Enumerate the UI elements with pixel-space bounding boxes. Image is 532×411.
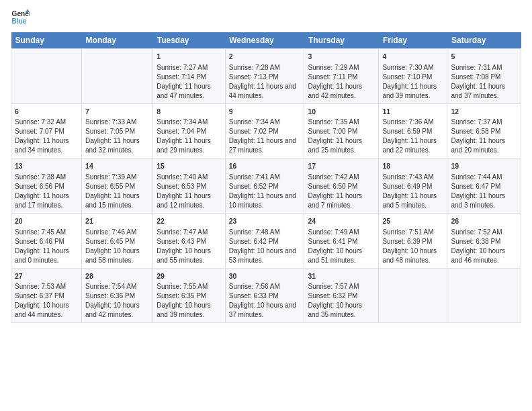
day-number: 11 (382, 107, 443, 117)
day-number: 29 (157, 271, 222, 281)
cell-content: Sunrise: 7:29 AM Sunset: 7:11 PM Dayligh… (308, 63, 375, 101)
calendar-cell: 16Sunrise: 7:41 AM Sunset: 6:52 PM Dayli… (225, 158, 304, 214)
cell-content: Sunrise: 7:54 AM Sunset: 6:36 PM Dayligh… (85, 282, 149, 320)
calendar-cell: 14Sunrise: 7:39 AM Sunset: 6:55 PM Dayli… (82, 158, 153, 214)
day-number: 4 (382, 52, 443, 62)
day-number: 17 (308, 161, 375, 171)
day-header-monday: Monday (82, 32, 153, 49)
day-number: 31 (308, 271, 375, 281)
calendar-cell: 11Sunrise: 7:36 AM Sunset: 6:59 PM Dayli… (379, 103, 447, 158)
cell-content: Sunrise: 7:27 AM Sunset: 7:14 PM Dayligh… (157, 63, 222, 101)
cell-content: Sunrise: 7:34 AM Sunset: 7:04 PM Dayligh… (157, 118, 222, 155)
calendar-cell: 30Sunrise: 7:56 AM Sunset: 6:33 PM Dayli… (225, 268, 304, 323)
cell-content: Sunrise: 7:28 AM Sunset: 7:13 PM Dayligh… (229, 63, 301, 101)
calendar-body: 1Sunrise: 7:27 AM Sunset: 7:14 PM Daylig… (11, 49, 521, 323)
day-header-friday: Friday (379, 32, 447, 49)
calendar-cell: 28Sunrise: 7:54 AM Sunset: 6:36 PM Dayli… (82, 268, 153, 323)
calendar-cell: 8Sunrise: 7:34 AM Sunset: 7:04 PM Daylig… (153, 103, 226, 158)
cell-content: Sunrise: 7:56 AM Sunset: 6:33 PM Dayligh… (229, 282, 301, 320)
cell-content: Sunrise: 7:43 AM Sunset: 6:49 PM Dayligh… (382, 173, 443, 210)
day-number: 22 (157, 216, 222, 226)
day-number: 26 (451, 216, 517, 226)
cell-content: Sunrise: 7:36 AM Sunset: 6:59 PM Dayligh… (382, 118, 443, 155)
header: General Blue (11, 8, 521, 27)
cell-content: Sunrise: 7:47 AM Sunset: 6:43 PM Dayligh… (157, 228, 222, 265)
week-row-1: 1Sunrise: 7:27 AM Sunset: 7:14 PM Daylig… (11, 49, 521, 104)
calendar-cell: 22Sunrise: 7:47 AM Sunset: 6:43 PM Dayli… (153, 214, 226, 269)
day-number: 3 (308, 52, 375, 62)
days-header-row: SundayMondayTuesdayWednesdayThursdayFrid… (11, 32, 521, 49)
calendar-cell: 17Sunrise: 7:42 AM Sunset: 6:50 PM Dayli… (304, 158, 379, 214)
calendar-table: SundayMondayTuesdayWednesdayThursdayFrid… (11, 32, 521, 323)
calendar-cell: 3Sunrise: 7:29 AM Sunset: 7:11 PM Daylig… (304, 49, 379, 104)
calendar-cell (11, 49, 82, 104)
calendar-cell: 27Sunrise: 7:53 AM Sunset: 6:37 PM Dayli… (11, 268, 82, 323)
calendar-cell: 18Sunrise: 7:43 AM Sunset: 6:49 PM Dayli… (379, 158, 447, 214)
day-number: 16 (229, 161, 301, 171)
day-number: 8 (157, 107, 222, 117)
cell-content: Sunrise: 7:33 AM Sunset: 7:05 PM Dayligh… (85, 118, 149, 155)
day-number: 23 (229, 216, 301, 226)
calendar-cell: 9Sunrise: 7:34 AM Sunset: 7:02 PM Daylig… (225, 103, 304, 158)
day-number: 10 (308, 107, 375, 117)
calendar-cell: 26Sunrise: 7:52 AM Sunset: 6:38 PM Dayli… (447, 214, 521, 269)
day-number: 9 (229, 107, 301, 117)
logo-icon: General Blue (11, 8, 30, 27)
calendar-cell: 6Sunrise: 7:32 AM Sunset: 7:07 PM Daylig… (11, 103, 82, 158)
page: General Blue SundayMondayTuesdayWednesda… (0, 0, 532, 331)
week-row-4: 20Sunrise: 7:45 AM Sunset: 6:46 PM Dayli… (11, 214, 521, 269)
day-number: 14 (85, 161, 149, 171)
cell-content: Sunrise: 7:45 AM Sunset: 6:46 PM Dayligh… (15, 228, 78, 265)
day-header-sunday: Sunday (11, 32, 82, 49)
day-number: 5 (451, 52, 517, 62)
cell-content: Sunrise: 7:39 AM Sunset: 6:55 PM Dayligh… (85, 173, 149, 210)
calendar-cell: 4Sunrise: 7:30 AM Sunset: 7:10 PM Daylig… (379, 49, 447, 104)
week-row-2: 6Sunrise: 7:32 AM Sunset: 7:07 PM Daylig… (11, 103, 521, 158)
logo: General Blue (11, 8, 30, 27)
calendar-cell: 10Sunrise: 7:35 AM Sunset: 7:00 PM Dayli… (304, 103, 379, 158)
cell-content: Sunrise: 7:48 AM Sunset: 6:42 PM Dayligh… (229, 228, 301, 265)
week-row-5: 27Sunrise: 7:53 AM Sunset: 6:37 PM Dayli… (11, 268, 521, 323)
day-header-thursday: Thursday (304, 32, 379, 49)
day-number: 6 (15, 107, 78, 117)
cell-content: Sunrise: 7:52 AM Sunset: 6:38 PM Dayligh… (451, 228, 517, 265)
calendar-cell: 13Sunrise: 7:38 AM Sunset: 6:56 PM Dayli… (11, 158, 82, 214)
cell-content: Sunrise: 7:46 AM Sunset: 6:45 PM Dayligh… (85, 228, 149, 265)
day-number: 15 (157, 161, 222, 171)
day-header-saturday: Saturday (447, 32, 521, 49)
cell-content: Sunrise: 7:55 AM Sunset: 6:35 PM Dayligh… (157, 282, 222, 320)
cell-content: Sunrise: 7:32 AM Sunset: 7:07 PM Dayligh… (15, 118, 78, 155)
cell-content: Sunrise: 7:53 AM Sunset: 6:37 PM Dayligh… (15, 282, 78, 320)
calendar-cell: 12Sunrise: 7:37 AM Sunset: 6:58 PM Dayli… (447, 103, 521, 158)
day-number: 24 (308, 216, 375, 226)
cell-content: Sunrise: 7:40 AM Sunset: 6:53 PM Dayligh… (157, 173, 222, 210)
day-header-tuesday: Tuesday (153, 32, 226, 49)
cell-content: Sunrise: 7:35 AM Sunset: 7:00 PM Dayligh… (308, 118, 375, 155)
day-number: 12 (451, 107, 517, 117)
cell-content: Sunrise: 7:38 AM Sunset: 6:56 PM Dayligh… (15, 173, 78, 210)
day-number: 1 (157, 52, 222, 62)
calendar-cell: 23Sunrise: 7:48 AM Sunset: 6:42 PM Dayli… (225, 214, 304, 269)
cell-content: Sunrise: 7:31 AM Sunset: 7:08 PM Dayligh… (451, 63, 517, 101)
cell-content: Sunrise: 7:51 AM Sunset: 6:39 PM Dayligh… (382, 228, 443, 265)
day-number: 27 (15, 271, 78, 281)
day-number: 2 (229, 52, 301, 62)
calendar-cell: 19Sunrise: 7:44 AM Sunset: 6:47 PM Dayli… (447, 158, 521, 214)
cell-content: Sunrise: 7:49 AM Sunset: 6:41 PM Dayligh… (308, 228, 375, 265)
svg-text:Blue: Blue (12, 17, 27, 25)
day-number: 19 (451, 161, 517, 171)
calendar-cell: 1Sunrise: 7:27 AM Sunset: 7:14 PM Daylig… (153, 49, 226, 104)
cell-content: Sunrise: 7:41 AM Sunset: 6:52 PM Dayligh… (229, 173, 301, 210)
day-number: 20 (15, 216, 78, 226)
calendar-cell: 15Sunrise: 7:40 AM Sunset: 6:53 PM Dayli… (153, 158, 226, 214)
day-number: 28 (85, 271, 149, 281)
cell-content: Sunrise: 7:44 AM Sunset: 6:47 PM Dayligh… (451, 173, 517, 210)
day-number: 21 (85, 216, 149, 226)
calendar-cell (82, 49, 153, 104)
calendar-cell (447, 268, 521, 323)
week-row-3: 13Sunrise: 7:38 AM Sunset: 6:56 PM Dayli… (11, 158, 521, 214)
day-number: 30 (229, 271, 301, 281)
cell-content: Sunrise: 7:30 AM Sunset: 7:10 PM Dayligh… (382, 63, 443, 101)
day-number: 7 (85, 107, 149, 117)
calendar-cell: 25Sunrise: 7:51 AM Sunset: 6:39 PM Dayli… (379, 214, 447, 269)
